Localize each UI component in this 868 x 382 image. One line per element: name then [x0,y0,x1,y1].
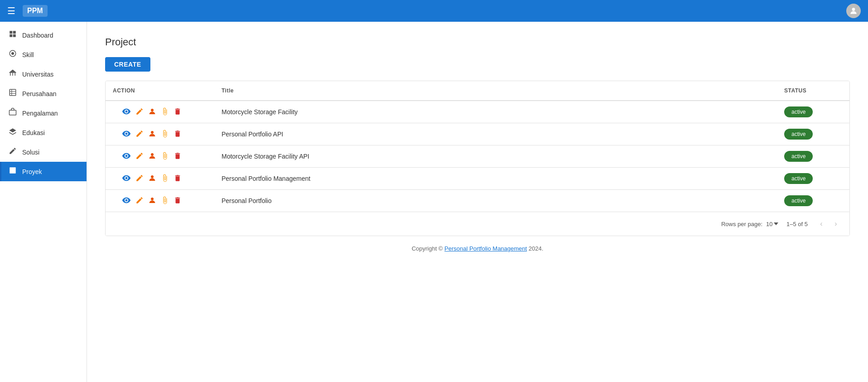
edit-icon[interactable] [135,152,144,161]
status-badge: active [784,195,813,206]
universitas-icon [9,69,17,79]
topbar-left: ☰ PPM [7,5,48,17]
delete-icon[interactable] [174,130,182,139]
hamburger-icon[interactable]: ☰ [7,5,15,16]
svg-point-22 [151,198,154,200]
view-icon[interactable] [122,174,131,184]
sidebar-item-dashboard[interactable]: Dashboard [0,25,87,45]
view-icon[interactable] [122,129,131,140]
create-button[interactable]: CREATE [105,57,150,72]
user-icon[interactable] [148,174,156,184]
title-cell: Motorcycle Storage Facility [214,101,777,123]
delete-icon[interactable] [174,152,182,161]
sidebar-item-universitas[interactable]: Universitas [0,64,87,84]
user-icon[interactable] [148,130,156,139]
action-cell [106,190,214,212]
next-page-button[interactable]: › [829,218,842,230]
action-icons [113,107,207,117]
sidebar-item-solusi[interactable]: Solusi [0,142,87,162]
edit-icon[interactable] [135,196,144,206]
action-cell [106,101,214,123]
svg-point-19 [151,131,154,134]
sidebar-item-skill[interactable]: Skill [0,45,87,64]
action-icons [113,196,207,206]
delete-icon[interactable] [174,107,182,117]
status-badge: active [784,106,813,117]
view-icon[interactable] [122,196,131,206]
pagination: Rows per page: 10 25 50 1–5 of 5 ‹ › [106,212,849,236]
attach-icon[interactable] [161,174,169,184]
sidebar-item-edukasi[interactable]: Edukasi [0,123,87,142]
title-cell: Personal Portfolio Management [214,168,777,190]
edukasi-icon [9,127,17,138]
user-icon[interactable] [148,152,156,161]
solusi-icon [9,147,17,157]
svg-rect-16 [10,110,16,115]
col-title: Title [214,81,777,101]
svg-rect-1 [10,31,12,34]
rows-per-page: Rows per page: 10 25 50 [721,221,779,227]
app-title: PPM [23,5,48,17]
prev-page-button[interactable]: ‹ [815,218,828,230]
action-icons [113,151,207,162]
table-row: Personal Portfolio API active [106,123,849,145]
user-icon[interactable] [148,107,156,117]
sidebar: Dashboard Skill Universitas Perusahaan P… [0,22,87,382]
attach-icon[interactable] [161,152,169,161]
table-row: Personal Portfolio Management active [106,168,849,190]
title-cell: Personal Portfolio API [214,123,777,145]
delete-icon[interactable] [174,174,182,184]
status-badge: active [784,151,813,162]
status-cell: active [777,101,849,123]
dashboard-icon [9,30,17,40]
action-cell [106,168,214,190]
delete-icon[interactable] [174,196,182,206]
action-cell [106,123,214,145]
svg-point-21 [151,175,154,178]
user-icon[interactable] [148,196,156,206]
status-badge: active [784,129,813,140]
svg-point-0 [852,8,855,11]
edit-icon[interactable] [135,130,144,139]
sidebar-item-label: Edukasi [22,129,45,136]
svg-point-18 [151,109,154,111]
page-info: 1–5 of 5 [786,221,808,227]
main-content: Project CREATE ACTION Title STATUS [87,22,868,382]
footer-text-after: 2024. [529,245,544,252]
project-table-container: ACTION Title STATUS [105,81,850,236]
svg-point-20 [151,153,154,156]
sidebar-item-pengalaman[interactable]: Pengalaman [0,103,87,123]
sidebar-item-proyek[interactable]: Proyek [0,162,87,181]
rows-per-page-select[interactable]: 10 25 50 [766,221,779,227]
pengalaman-icon [9,108,17,118]
proyek-icon [9,166,17,177]
view-icon[interactable] [122,151,131,162]
svg-point-5 [11,52,14,55]
svg-rect-9 [12,73,13,76]
footer-link[interactable]: Personal Portfolio Management [444,245,527,252]
rows-per-page-label: Rows per page: [721,221,762,227]
edit-icon[interactable] [135,107,144,117]
avatar[interactable] [846,4,861,18]
edit-icon[interactable] [135,174,144,184]
svg-rect-10 [15,73,16,76]
col-action: ACTION [106,81,214,101]
attach-icon[interactable] [161,130,169,139]
page-nav: ‹ › [815,218,842,230]
attach-icon[interactable] [161,107,169,117]
col-status: STATUS [777,81,849,101]
sidebar-item-perusahaan[interactable]: Perusahaan [0,84,87,103]
sidebar-item-label: Skill [22,51,34,58]
sidebar-item-label: Solusi [22,149,39,156]
layout: Dashboard Skill Universitas Perusahaan P… [0,22,868,382]
attach-icon[interactable] [161,196,169,206]
action-icons [113,174,207,184]
status-cell: active [777,190,849,212]
svg-rect-12 [10,89,16,96]
sidebar-item-label: Perusahaan [22,90,57,97]
view-icon[interactable] [122,107,131,117]
status-cell: active [777,168,849,190]
status-cell: active [777,145,849,168]
status-cell: active [777,123,849,145]
title-cell: Personal Portfolio [214,190,777,212]
